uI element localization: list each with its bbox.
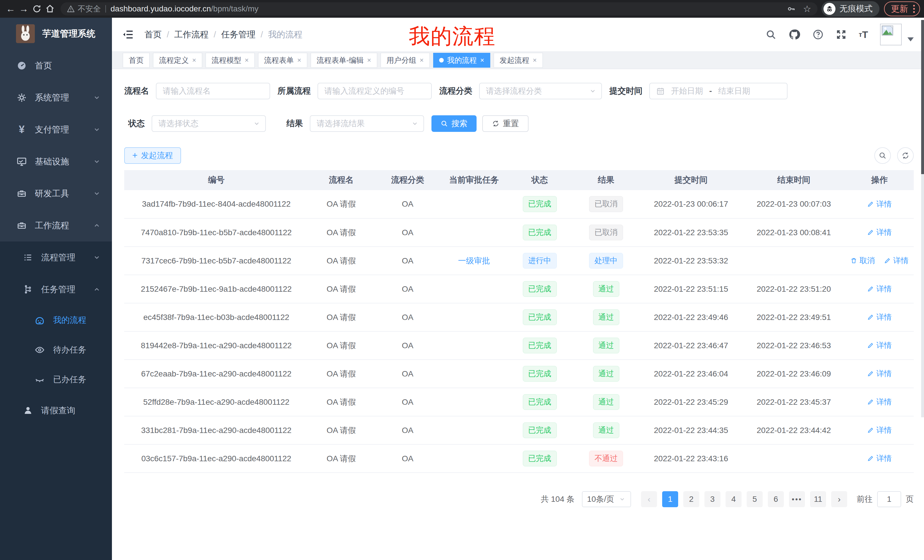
result-select[interactable]: 请选择流结果 (310, 115, 424, 132)
dashboard-icon (16, 60, 27, 71)
close-icon[interactable]: × (245, 56, 249, 64)
key-icon[interactable] (787, 4, 795, 13)
page-button-6[interactable]: 6 (768, 491, 784, 507)
person-icon (22, 406, 34, 415)
gear-icon (16, 93, 27, 103)
tab-home[interactable]: 首页 (123, 53, 150, 67)
breadcrumb-item[interactable]: 工作流程 (174, 29, 208, 40)
next-page-button[interactable]: › (831, 491, 847, 507)
sidebar-collapse-icon[interactable] (122, 29, 134, 40)
page-button-3[interactable]: 3 (704, 491, 720, 507)
sidebar-item-home[interactable]: 首页 (0, 49, 112, 82)
table-refresh-button[interactable] (897, 147, 914, 164)
cancel-link[interactable]: 取消 (850, 256, 875, 266)
task-link[interactable]: 一级审批 (458, 256, 490, 265)
scrollbar-thumb[interactable] (921, 20, 924, 174)
page-button-11[interactable]: 11 (810, 491, 826, 507)
detail-link[interactable]: 详情 (867, 368, 892, 379)
detail-link[interactable]: 详情 (867, 199, 892, 209)
forward-icon[interactable]: → (17, 3, 30, 14)
start-date-placeholder[interactable]: 开始日期 (671, 85, 703, 96)
fullscreen-icon[interactable] (836, 29, 847, 40)
search-button[interactable]: 搜索 (432, 115, 477, 132)
reset-button[interactable]: 重置 (482, 115, 528, 132)
tab-process-form-edit[interactable]: 流程表单-编辑× (310, 53, 377, 67)
cell-task (441, 416, 507, 445)
detail-link[interactable]: 详情 (867, 312, 892, 322)
category-select[interactable]: 请选择流程分类 (479, 83, 602, 99)
github-icon[interactable] (788, 28, 800, 40)
detail-link[interactable]: 详情 (867, 340, 892, 350)
tab-start-process[interactable]: 发起流程× (494, 53, 543, 67)
table-search-button[interactable] (874, 147, 891, 164)
detail-link[interactable]: 详情 (867, 227, 892, 238)
close-icon[interactable]: × (420, 56, 424, 64)
start-process-button[interactable]: + 发起流程 (124, 147, 181, 164)
update-label[interactable]: 更新 (891, 3, 908, 15)
end-date-placeholder[interactable]: 结束日期 (718, 85, 750, 96)
tab-my-process[interactable]: 我的流程× (433, 53, 490, 67)
security-label[interactable]: 不安全 (78, 4, 101, 14)
table-row: 7470a810-7b9b-11ec-b5b7-acde48001122 OA … (124, 219, 914, 247)
sidebar-item-task-mgmt[interactable]: 任务管理 (0, 273, 112, 305)
status-select[interactable]: 请选择状态 (152, 115, 266, 132)
help-icon[interactable] (812, 29, 824, 40)
reload-icon[interactable] (30, 4, 44, 13)
home-icon[interactable] (44, 4, 57, 13)
page-button-2[interactable]: 2 (683, 491, 699, 507)
parent-process-input[interactable] (318, 83, 432, 99)
breadcrumb-item[interactable]: 首页 (144, 29, 162, 40)
sidebar-item-leave-query[interactable]: 请假查询 (0, 394, 112, 427)
bookmark-star-icon[interactable]: ☆ (803, 3, 811, 14)
browser-menu-icon[interactable] (913, 5, 915, 13)
tab-process-form[interactable]: 流程表单× (258, 53, 307, 67)
sidebar-item-payment[interactable]: ¥ 支付管理 (0, 114, 112, 145)
font-size-icon[interactable]: тT (859, 29, 868, 40)
more-pages-button[interactable]: ••• (789, 491, 805, 507)
list-toolbar: + 发起流程 (124, 147, 914, 164)
process-name-input[interactable] (156, 83, 270, 99)
sidebar-item-label: 待办任务 (53, 344, 86, 356)
search-icon[interactable] (765, 29, 776, 40)
window-scrollbar[interactable] (921, 18, 924, 560)
back-icon[interactable]: ← (4, 3, 17, 14)
page-button-4[interactable]: 4 (726, 491, 741, 507)
cell-submit-time: 2022-01-22 23:51:15 (640, 275, 742, 303)
incognito-badge[interactable]: 无痕模式 (822, 1, 879, 16)
sidebar-item-process-mgmt[interactable]: 流程管理 (0, 241, 112, 273)
url-path[interactable]: /bpm/task/my (211, 4, 258, 13)
close-icon[interactable]: × (480, 56, 484, 64)
page-button-5[interactable]: 5 (747, 491, 763, 507)
sidebar-item-todo-tasks[interactable]: 待办任务 (0, 335, 112, 365)
detail-link[interactable]: 详情 (867, 453, 892, 464)
sidebar-item-my-process[interactable]: 我的流程 (0, 305, 112, 335)
prev-page-button[interactable]: ‹ (641, 491, 657, 507)
browser-update-button[interactable]: 更新 (884, 1, 920, 16)
page-content: 流程名 所属流程 流程分类 请选择流程分类 提交时间 (112, 69, 924, 560)
close-icon[interactable]: × (297, 56, 301, 64)
detail-link[interactable]: 详情 (884, 256, 909, 266)
sidebar-item-devtools[interactable]: 研发工具 (0, 178, 112, 210)
goto-page-input[interactable] (877, 491, 901, 507)
tab-process-model[interactable]: 流程模型× (206, 53, 255, 67)
avatar[interactable] (880, 24, 902, 45)
page-button-1[interactable]: 1 (662, 491, 678, 507)
avatar-dropdown-icon[interactable] (908, 37, 914, 41)
sidebar-item-system[interactable]: 系统管理 (0, 82, 112, 114)
address-bar[interactable]: 不安全 dashboard.yudao.iocoder.cn /bpm/task… (60, 2, 818, 15)
tab-user-group[interactable]: 用户分组× (381, 53, 430, 67)
url-host[interactable]: dashboard.yudao.iocoder.cn (111, 4, 211, 13)
tab-process-definition[interactable]: 流程定义× (153, 53, 202, 67)
close-icon[interactable]: × (192, 56, 196, 64)
sidebar-item-workflow[interactable]: 工作流程 (0, 210, 112, 241)
submit-time-range-picker[interactable]: 开始日期 - 结束日期 (650, 83, 788, 99)
detail-link[interactable]: 详情 (867, 397, 892, 407)
sidebar-item-done-tasks[interactable]: 已办任务 (0, 365, 112, 394)
detail-link[interactable]: 详情 (867, 284, 892, 294)
close-icon[interactable]: × (367, 56, 371, 64)
sidebar-item-infra[interactable]: 基础设施 (0, 145, 112, 178)
detail-link[interactable]: 详情 (867, 425, 892, 435)
page-size-select[interactable]: 10条/页 (582, 491, 631, 507)
close-icon[interactable]: × (533, 56, 537, 64)
breadcrumb-item[interactable]: 任务管理 (221, 29, 255, 40)
